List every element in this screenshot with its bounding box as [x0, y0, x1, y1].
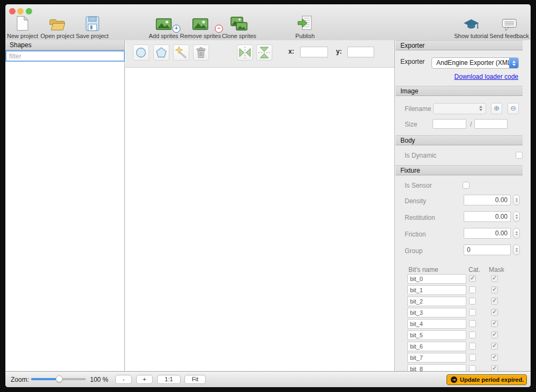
- open-folder-icon: [41, 14, 75, 31]
- mask-checkbox[interactable]: [491, 320, 498, 327]
- shapes-list[interactable]: [5, 62, 124, 371]
- density-stepper[interactable]: [513, 195, 520, 205]
- zoom-one-to-one-button[interactable]: 1:1: [157, 375, 181, 384]
- main-content: Shapes: [5, 40, 531, 371]
- open-project-button[interactable]: Open project: [41, 14, 75, 39]
- mask-checkbox[interactable]: [491, 286, 498, 293]
- y-coordinate-input[interactable]: [347, 47, 374, 57]
- mask-checkbox[interactable]: [491, 298, 498, 305]
- bit-name-input[interactable]: [407, 308, 466, 317]
- remove-sprites-button[interactable]: − Remove sprites: [180, 14, 221, 39]
- filename-label: Filename: [405, 105, 431, 113]
- bottom-bar: Zoom: 100 % - + 1:1 Fit ➜ Update period …: [5, 371, 531, 387]
- cat-checkbox[interactable]: [469, 343, 476, 350]
- bits-cat-header: Cat.: [468, 266, 480, 273]
- remove-filename-button[interactable]: ⊖: [508, 103, 519, 114]
- zoom-in-button[interactable]: +: [136, 375, 153, 384]
- density-input[interactable]: [464, 195, 511, 205]
- bit-name-input[interactable]: [407, 297, 466, 306]
- cat-checkbox[interactable]: [469, 286, 476, 293]
- update-expired-badge[interactable]: ➜ Update period expired.: [446, 374, 527, 385]
- add-sprite-icon: +: [148, 14, 178, 31]
- add-filename-button[interactable]: ⊕: [491, 103, 502, 114]
- toolbar-label: Remove sprites: [180, 33, 221, 39]
- cat-checkbox[interactable]: [469, 331, 476, 338]
- arrow-circle-icon: ➜: [451, 376, 457, 383]
- flip-horizontal-button[interactable]: [237, 45, 253, 61]
- zoom-label: Zoom:: [11, 376, 29, 383]
- graduation-cap-icon: [454, 14, 488, 31]
- bits-mask-header: Mask: [489, 266, 504, 273]
- circle-tool-button[interactable]: [133, 45, 149, 61]
- zoom-slider[interactable]: [31, 378, 86, 380]
- auto-trace-tool-button[interactable]: [173, 45, 189, 61]
- friction-label: Friction: [405, 231, 426, 238]
- restitution-input[interactable]: [464, 211, 511, 222]
- x-coordinate-input[interactable]: [300, 47, 328, 57]
- body-section-header: Body: [396, 135, 523, 145]
- shapes-panel: Shapes: [5, 40, 125, 371]
- clone-sprites-button[interactable]: Clone sprites: [222, 14, 256, 39]
- new-document-icon: [7, 14, 38, 31]
- cat-checkbox[interactable]: [469, 354, 476, 361]
- exporter-dropdown[interactable]: AndEngine Exporter (XML): [431, 57, 519, 69]
- bit-name-input[interactable]: [407, 364, 466, 371]
- group-input[interactable]: [464, 245, 511, 255]
- shapes-panel-title: Shapes: [5, 40, 124, 50]
- toolbar-label: Add sprites: [148, 33, 178, 39]
- zoom-fit-button[interactable]: Fit: [184, 375, 206, 384]
- size-width-input[interactable]: [433, 119, 466, 129]
- speech-bubble-icon: [489, 14, 528, 31]
- add-sprites-button[interactable]: + Add sprites: [148, 14, 178, 39]
- mask-checkbox[interactable]: [491, 343, 498, 350]
- filename-dropdown[interactable]: [433, 103, 486, 114]
- bit-name-input[interactable]: [407, 274, 466, 284]
- polygon-tool-button[interactable]: [153, 45, 169, 61]
- bit-name-input[interactable]: [407, 330, 466, 340]
- friction-stepper[interactable]: [513, 228, 520, 239]
- shapes-filter-input[interactable]: [5, 50, 125, 62]
- canvas-area[interactable]: x: y:: [125, 40, 395, 371]
- pentagon-icon: [155, 47, 167, 58]
- bit-name-input[interactable]: [407, 342, 466, 351]
- group-label: Group: [405, 247, 422, 255]
- flip-vertical-button[interactable]: [256, 45, 272, 61]
- mask-checkbox[interactable]: [491, 354, 498, 361]
- publish-button[interactable]: Publish: [295, 14, 315, 39]
- is-sensor-checkbox[interactable]: [463, 182, 470, 189]
- toolbar-label: Show tutorial: [454, 33, 488, 39]
- zoom-out-button[interactable]: -: [115, 375, 132, 384]
- cat-checkbox[interactable]: [469, 298, 476, 305]
- restitution-stepper[interactable]: [513, 211, 520, 222]
- zoom-slider-fill: [31, 378, 59, 380]
- x-coordinate-label: x:: [288, 48, 294, 55]
- is-dynamic-label: Is Dynamic: [405, 152, 436, 159]
- size-height-input[interactable]: [474, 119, 508, 129]
- bit-name-input[interactable]: [407, 353, 466, 363]
- cat-checkbox[interactable]: [469, 320, 476, 327]
- density-label: Density: [405, 197, 426, 205]
- bit-name-input[interactable]: [407, 319, 466, 329]
- mask-checkbox[interactable]: [491, 275, 498, 282]
- zoom-slider-thumb[interactable]: [56, 375, 63, 382]
- mask-checkbox[interactable]: [491, 331, 498, 338]
- cat-checkbox[interactable]: [469, 275, 476, 282]
- toolbar-label: Clone sprites: [222, 33, 256, 39]
- mask-checkbox[interactable]: [491, 309, 498, 316]
- is-dynamic-checkbox[interactable]: [516, 152, 523, 159]
- clone-sprite-icon: [222, 14, 256, 31]
- new-project-button[interactable]: New project: [7, 14, 38, 39]
- friction-input[interactable]: [464, 228, 511, 239]
- group-stepper[interactable]: [513, 245, 520, 255]
- save-project-button[interactable]: Save project: [76, 14, 108, 39]
- cat-checkbox[interactable]: [469, 309, 476, 316]
- delete-tool-button[interactable]: [193, 45, 209, 61]
- toolbar-label: Publish: [295, 33, 315, 39]
- mask-checkbox[interactable]: [491, 365, 498, 371]
- restitution-label: Restitution: [405, 214, 435, 221]
- download-loader-code-link[interactable]: Download loader code: [455, 73, 518, 80]
- cat-checkbox[interactable]: [469, 365, 476, 371]
- show-tutorial-button[interactable]: Show tutorial: [454, 14, 488, 39]
- send-feedback-button[interactable]: Send feedback: [489, 14, 528, 39]
- bit-name-input[interactable]: [407, 285, 466, 295]
